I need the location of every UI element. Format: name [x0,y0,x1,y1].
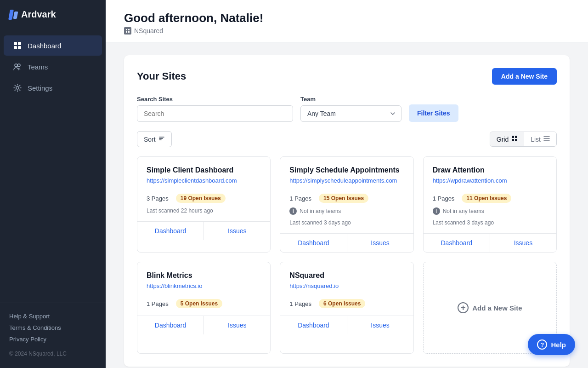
sort-button[interactable]: Sort [137,131,172,147]
site-card-body: Simply Schedule Appointments https://sim… [280,157,413,233]
site-card-blink-metrics: Blink Metrics https://blinkmetrics.io 1 … [137,262,271,354]
site-url[interactable]: https://blinkmetrics.io [147,282,202,289]
site-card-simple-client-dashboard: Simple Client Dashboard https://simplecl… [137,156,271,253]
site-issues-link[interactable]: Issues [347,234,413,252]
org-name: NSquared [134,27,163,34]
help-fab-icon: ? [537,339,547,350]
site-card-draw-attention: Draw Attention https://wpdrawattention.c… [423,156,557,253]
sidebar-nav: Dashboard Teams Settings [0,31,106,303]
site-dashboard-link[interactable]: Dashboard [137,316,204,334]
sort-icon [158,135,165,143]
site-name: Simply Schedule Appointments [289,166,404,174]
toolbar-row: Sort Grid [137,131,557,147]
site-dashboard-link[interactable]: Dashboard [280,234,346,252]
svg-rect-16 [512,139,514,141]
add-site-label: Add a New Site [472,304,522,312]
svg-rect-7 [126,29,127,30]
site-card-nsquared: NSquared https://nsquared.io 1 Pages 6 O… [280,262,413,354]
settings-icon [13,83,22,92]
site-stats: 3 Pages 19 Open Issues [147,194,261,203]
site-issues-link[interactable]: Issues [204,316,270,334]
filter-row: Search Sites Team Any Team Filter Sites [137,96,557,122]
site-issues-link[interactable]: Issues [490,234,556,252]
sidebar-item-settings-label: Settings [28,84,52,92]
site-card-body: NSquared https://nsquared.io 1 Pages 6 O… [280,262,413,316]
help-support-link[interactable]: Help & Support [9,310,96,322]
site-issues-badge: 19 Open Issues [176,194,226,203]
page-header: Good afternoon, Natalie! NSquared [106,0,588,42]
svg-rect-8 [128,29,130,30]
svg-rect-3 [18,46,21,49]
main-content: Good afternoon, Natalie! NSquared Your S… [106,0,588,368]
info-icon: i [433,207,440,215]
sites-title: Your Sites [137,70,186,82]
site-stats: 1 Pages 11 Open Issues [433,194,547,203]
list-icon [543,135,550,143]
site-url[interactable]: https://wpdrawattention.com [433,177,507,184]
privacy-policy-link[interactable]: Privacy Policy [9,334,96,345]
site-url[interactable]: https://simplyscheduleappointments.com [289,177,397,184]
site-dashboard-link[interactable]: Dashboard [280,316,346,334]
svg-rect-1 [18,42,21,45]
add-new-site-button[interactable]: Add a New Site [492,68,557,85]
grid-label: Grid [497,136,509,143]
svg-rect-17 [515,139,517,141]
sites-card: Your Sites Add a New Site Search Sites T… [124,55,570,367]
list-view-button[interactable]: List [524,132,556,146]
site-card-body: Draw Attention https://wpdrawattention.c… [424,157,556,233]
site-name: Simple Client Dashboard [147,166,261,174]
list-label: List [531,136,541,143]
site-url[interactable]: https://simpleclientdashboard.com [147,177,237,184]
site-team-text: Not in any teams [443,208,484,214]
site-scanned: Last scanned 22 hours ago [147,207,261,214]
sidebar-item-teams[interactable]: Teams [4,57,102,77]
site-stats: 1 Pages 6 Open Issues [289,299,404,308]
search-label: Search Sites [137,96,293,103]
site-dashboard-link[interactable]: Dashboard [424,234,490,252]
site-issues-link[interactable]: Issues [204,222,270,240]
site-stats: 1 Pages 5 Open Issues [147,299,261,308]
site-dashboard-link[interactable]: Dashboard [137,222,204,240]
team-label: Team [300,96,401,103]
help-fab[interactable]: ? Help [528,334,575,355]
greeting: Good afternoon, Natalie! [124,11,570,25]
sidebar-item-teams-label: Teams [28,63,48,71]
sidebar-item-settings[interactable]: Settings [4,78,102,98]
site-pages: 1 Pages [147,300,169,307]
site-url[interactable]: https://nsquared.io [289,282,339,289]
site-team-status: i Not in any teams [433,207,547,215]
sidebar-item-dashboard[interactable]: Dashboard [4,35,102,56]
site-card-footer: Dashboard Issues [137,221,270,240]
team-select[interactable]: Any Team [300,105,401,122]
site-stats: 1 Pages 15 Open Issues [289,194,404,203]
site-card-footer: Dashboard Issues [424,233,556,252]
copyright: © 2024 NSquared, LLC [9,351,96,357]
svg-rect-2 [14,46,17,49]
terms-conditions-link[interactable]: Terms & Conditions [9,322,96,334]
site-team-status: i Not in any teams [289,207,404,215]
svg-rect-15 [515,136,517,138]
site-issues-link[interactable]: Issues [347,316,413,334]
search-input[interactable] [137,105,293,122]
grid-view-button[interactable]: Grid [490,132,524,146]
app-logo: Ardvark [0,0,106,31]
site-issues-badge: 5 Open Issues [176,299,222,308]
site-card-body: Blink Metrics https://blinkmetrics.io 1 … [137,262,270,316]
svg-rect-9 [126,31,127,33]
site-pages: 3 Pages [147,195,169,202]
svg-point-6 [16,86,19,89]
site-pages: 1 Pages [433,195,455,202]
plus-icon: + [458,302,469,313]
team-group: Team Any Team [300,96,401,122]
site-issues-badge: 11 Open Issues [462,194,511,203]
filter-sites-button[interactable]: Filter Sites [409,104,458,122]
site-card-footer: Dashboard Issues [137,316,270,334]
site-card-footer: Dashboard Issues [280,233,413,252]
logo-icon [9,10,17,20]
site-name: Blink Metrics [147,271,261,280]
sidebar: Ardvark Dashboard [0,0,106,368]
teams-icon [13,62,22,71]
content-area: Your Sites Add a New Site Search Sites T… [106,42,588,368]
site-issues-badge: 15 Open Issues [319,194,368,203]
app-name: Ardvark [21,9,56,20]
